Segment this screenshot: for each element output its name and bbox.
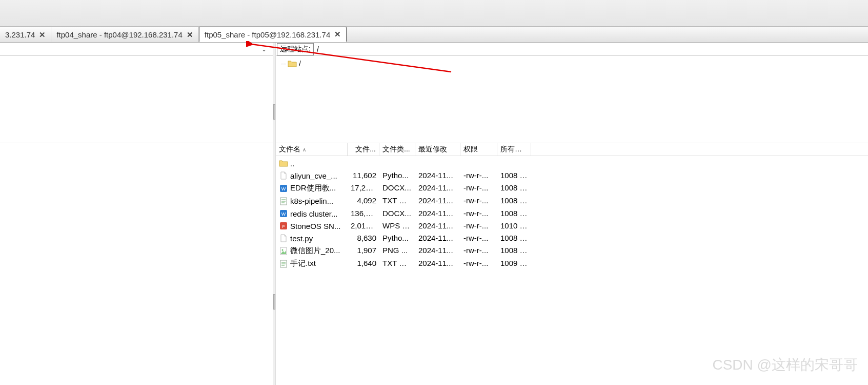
tab-connection-0[interactable]: 3.231.74 ✕ bbox=[0, 27, 51, 42]
file-size: 136,5... bbox=[348, 208, 379, 219]
file-type: PNG ... bbox=[379, 245, 415, 257]
file-rows-container: .. aliyun_cve_...11,602Pytho...2024-11..… bbox=[276, 156, 868, 270]
svg-text:W: W bbox=[281, 211, 286, 217]
file-type: Pytho... bbox=[379, 170, 415, 181]
file-name: StoneOS SN... bbox=[290, 222, 340, 230]
file-size: 8,630 bbox=[348, 233, 379, 244]
file-date: 2024-11... bbox=[415, 220, 460, 232]
splitter-grip[interactable] bbox=[273, 104, 275, 120]
file-size: 17,21... bbox=[348, 182, 379, 194]
file-owner: 1008 1... bbox=[497, 195, 531, 207]
local-path-row: ⌄ bbox=[0, 43, 273, 56]
file-owner: 1010 1... bbox=[497, 220, 531, 232]
file-date: 2024-11... bbox=[415, 170, 460, 181]
file-type: TXT 文... bbox=[379, 195, 415, 207]
local-tree[interactable] bbox=[0, 56, 273, 143]
file-row[interactable]: aliyun_cve_...11,602Pytho...2024-11...-r… bbox=[276, 169, 868, 182]
column-header-size[interactable]: 文件... bbox=[348, 143, 379, 156]
file-icon bbox=[279, 234, 288, 243]
txt-icon bbox=[279, 259, 288, 268]
column-header-perm[interactable]: 权限 bbox=[460, 143, 497, 156]
file-name: test.py bbox=[290, 234, 313, 243]
sort-asc-icon: ∧ bbox=[302, 147, 306, 152]
wps-icon: P bbox=[279, 221, 288, 230]
file-owner: 1008 1... bbox=[497, 245, 531, 257]
close-icon[interactable]: ✕ bbox=[39, 30, 46, 40]
file-owner: 1008 1... bbox=[497, 170, 531, 181]
column-header-type[interactable]: 文件类... bbox=[379, 143, 415, 156]
file-size: 1,907 bbox=[348, 245, 379, 257]
tree-node-label: / bbox=[299, 60, 301, 68]
file-name: EDR使用教... bbox=[290, 183, 336, 193]
remote-tree[interactable]: ····· / bbox=[276, 56, 868, 143]
file-size: 1,640 bbox=[348, 258, 379, 270]
file-owner: 1008 1... bbox=[497, 182, 531, 194]
file-name: k8s-pipelin... bbox=[290, 197, 333, 205]
file-name: aliyun_cve_... bbox=[290, 171, 337, 180]
file-icon bbox=[279, 171, 288, 180]
close-icon[interactable]: ✕ bbox=[334, 30, 341, 39]
file-row[interactable]: PStoneOS SN...2,018...WPS P...2024-11...… bbox=[276, 220, 868, 232]
file-date: 2024-11... bbox=[415, 195, 460, 207]
folder-icon bbox=[279, 159, 288, 168]
remote-pane: 远程站点: / ····· / 文件名∧ 文件... 文件类... 最近修改 权… bbox=[276, 43, 868, 385]
file-name: redis cluster... bbox=[290, 209, 338, 218]
file-owner: 1009 1... bbox=[497, 258, 531, 270]
file-date: 2024-11... bbox=[415, 233, 460, 244]
file-perm: -rw-r-... bbox=[460, 245, 497, 257]
local-pane: ⌄ bbox=[0, 43, 273, 385]
file-owner: 1008 1... bbox=[497, 208, 531, 219]
file-type: WPS P... bbox=[379, 220, 415, 232]
file-date: 2024-11... bbox=[415, 245, 460, 257]
file-perm: -rw-r-... bbox=[460, 170, 497, 181]
file-row[interactable]: 手记.txt1,640TXT 文...2024-11...-rw-r-...10… bbox=[276, 257, 868, 270]
tab-label: ftp05_share - ftp05@192.168.231.74 bbox=[205, 30, 330, 39]
remote-path-input[interactable]: / bbox=[314, 45, 868, 54]
file-size: 4,092 bbox=[348, 195, 379, 207]
splitter-grip[interactable] bbox=[273, 294, 275, 310]
file-type: DOCX... bbox=[379, 182, 415, 194]
remote-site-label: 远程站点: bbox=[277, 43, 314, 55]
txt-icon bbox=[279, 197, 288, 206]
vertical-splitter[interactable] bbox=[273, 43, 276, 385]
file-date: 2024-11... bbox=[415, 258, 460, 270]
file-row[interactable]: test.py8,630Pytho...2024-11...-rw-r-...1… bbox=[276, 232, 868, 244]
tab-connection-1[interactable]: ftp04_share - ftp04@192.168.231.74 ✕ bbox=[51, 27, 198, 42]
column-header-date[interactable]: 最近修改 bbox=[415, 143, 460, 156]
file-type: Pytho... bbox=[379, 233, 415, 244]
docx-icon: W bbox=[279, 209, 288, 218]
tree-connector-icon: ····· bbox=[281, 61, 286, 67]
file-owner: 1008 1... bbox=[497, 233, 531, 244]
svg-point-11 bbox=[282, 249, 284, 251]
file-row[interactable]: 微信图片_20...1,907PNG ...2024-11...-rw-r-..… bbox=[276, 244, 868, 257]
docx-icon: W bbox=[279, 184, 288, 193]
png-icon bbox=[279, 246, 288, 256]
file-row[interactable]: k8s-pipelin...4,092TXT 文...2024-11...-rw… bbox=[276, 195, 868, 207]
file-row[interactable]: Wredis cluster...136,5...DOCX...2024-11.… bbox=[276, 207, 868, 220]
close-icon[interactable]: ✕ bbox=[187, 30, 193, 40]
file-type: TXT 文... bbox=[379, 258, 415, 270]
file-name: 手记.txt bbox=[290, 259, 316, 268]
tree-root-node[interactable]: ····· / bbox=[281, 58, 863, 69]
column-header-owner[interactable]: 所有者... bbox=[497, 143, 531, 156]
tab-label: ftp04_share - ftp04@192.168.231.74 bbox=[56, 30, 182, 39]
parent-dir-row[interactable]: .. bbox=[276, 157, 868, 169]
tab-connection-2[interactable]: ftp05_share - ftp05@192.168.231.74 ✕ bbox=[199, 27, 347, 42]
tab-label: 3.231.74 bbox=[5, 30, 35, 39]
connection-tabs: 3.231.74 ✕ ftp04_share - ftp04@192.168.2… bbox=[0, 27, 868, 43]
file-perm: -rw-r-... bbox=[460, 182, 497, 194]
file-date: 2024-11... bbox=[415, 208, 460, 219]
file-row[interactable]: WEDR使用教...17,21...DOCX...2024-11...-rw-r… bbox=[276, 182, 868, 195]
file-perm: -rw-r-... bbox=[460, 208, 497, 219]
folder-icon bbox=[288, 59, 297, 68]
remote-path-row: 远程站点: / bbox=[276, 43, 868, 56]
column-header-name[interactable]: 文件名∧ bbox=[276, 143, 348, 156]
local-file-list[interactable] bbox=[0, 143, 273, 385]
file-perm: -rw-r-... bbox=[460, 233, 497, 244]
file-date: 2024-11... bbox=[415, 182, 460, 194]
file-type: DOCX... bbox=[379, 208, 415, 219]
svg-text:P: P bbox=[282, 224, 285, 229]
chevron-down-icon[interactable]: ⌄ bbox=[259, 46, 269, 53]
file-size: 11,602 bbox=[348, 170, 379, 181]
file-perm: -rw-r-... bbox=[460, 220, 497, 232]
